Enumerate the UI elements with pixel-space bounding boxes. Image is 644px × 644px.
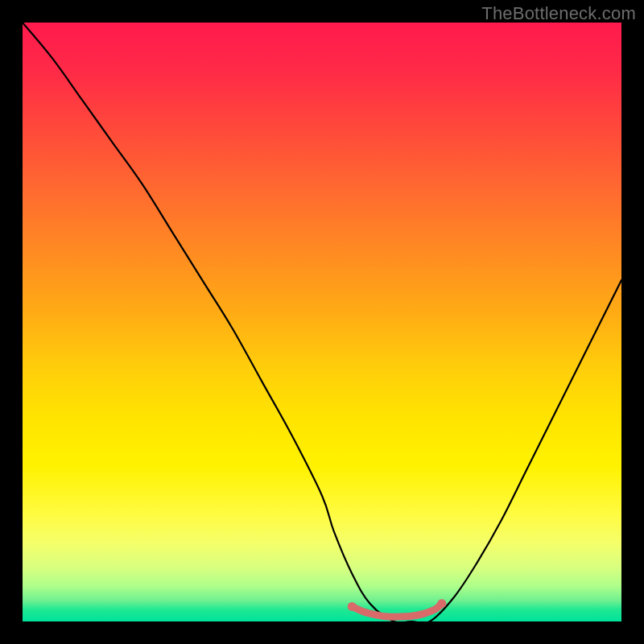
optimal-marker (352, 604, 442, 617)
optimal-marker-dot-right (437, 599, 446, 608)
plot-area (23, 23, 621, 621)
chart-svg (23, 23, 621, 621)
chart-frame: TheBottleneck.com (0, 0, 644, 644)
watermark-text: TheBottleneck.com (481, 3, 636, 24)
optimal-marker-dot-left (348, 602, 357, 611)
bottleneck-curve (23, 23, 621, 621)
